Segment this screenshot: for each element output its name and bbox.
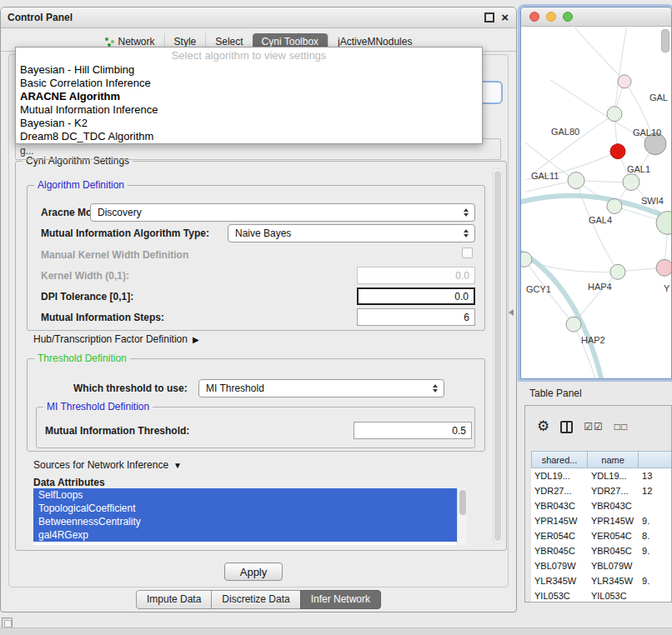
kernel-width-field[interactable]: 0.0 (357, 267, 475, 284)
table-row[interactable]: YIL053CYIL053C (531, 588, 672, 602)
table-row[interactable]: YER054CYER054C8. (531, 528, 672, 543)
window-title: Control Panel (8, 12, 73, 23)
algorithm-option-basic-correlation-inference[interactable]: Basic Correlation Inference (16, 77, 482, 90)
table-header-row: shared... name (531, 451, 672, 468)
combo-arrows-icon (429, 384, 442, 392)
network-node[interactable] (623, 174, 639, 191)
table-row[interactable]: YBR045CYBR045C9. (531, 543, 672, 558)
mi-threshold-group-title: MI Threshold Definition (43, 401, 153, 412)
settings-scrollbar[interactable] (493, 168, 503, 543)
bottom-tab-discretize-data[interactable]: Discretize Data (211, 590, 300, 609)
algorithm-option-mutual-information-inference[interactable]: Mutual Information Inference (16, 103, 482, 117)
sources-expander[interactable]: Sources for Network Inference ▼ (33, 459, 182, 471)
table-row[interactable]: YLR345WYLR345W9. (531, 573, 672, 588)
minimize-traffic-light-icon[interactable] (546, 12, 556, 22)
cell-extra (639, 558, 672, 573)
algorithm-option-bayesian-k2[interactable]: Bayesian - K2 (16, 117, 482, 130)
mi-threshold-field[interactable]: 0.5 (354, 422, 472, 439)
cell-extra: 13 (639, 468, 672, 483)
apply-button[interactable]: Apply (224, 562, 283, 581)
cyni-algorithm-settings-group: Cyni Algorithm Settings Algorithm Defini… (15, 161, 507, 551)
cell-shared: YLR345W (531, 573, 588, 588)
manual-kernel-checkbox[interactable] (462, 248, 473, 258)
combo-arrows-icon (459, 229, 473, 238)
cell-name: YDL19... (588, 468, 639, 483)
data-attribute-item[interactable]: TopologicalCoefficient (33, 502, 457, 515)
network-scrollbar-thumb[interactable] (661, 29, 669, 52)
algorithm-placeholder-option[interactable]: Select algorithm to view settings (16, 48, 482, 63)
network-node[interactable] (610, 264, 625, 279)
network-node[interactable] (656, 259, 671, 276)
mi-steps-field[interactable]: 6 (357, 308, 475, 326)
network-edge (614, 26, 627, 114)
gear-icon[interactable]: ⚙ (537, 418, 549, 435)
cell-name: YBR043C (588, 498, 639, 513)
network-node[interactable] (568, 172, 584, 189)
data-attribute-item[interactable]: SelfLoops (33, 488, 457, 502)
which-threshold-combobox[interactable]: MI Threshold (198, 379, 444, 398)
bottom-strip (0, 628, 672, 635)
network-window-titlebar[interactable] (521, 8, 671, 27)
network-edge (574, 26, 624, 82)
select-all-checkboxes-icon[interactable]: ☑☑ (584, 421, 604, 432)
mi-threshold-label: Mutual Information Threshold: (45, 425, 189, 437)
aracne-mode-value: Discovery (91, 207, 459, 218)
table-row[interactable]: YDR27...YDR27...12 (531, 483, 672, 498)
table-row[interactable]: YPR145WYPR145W9. (531, 513, 672, 528)
settings-scrollbar-thumb[interactable] (494, 171, 501, 541)
mi-type-combobox[interactable]: Naive Bayes (228, 224, 475, 242)
aracne-mode-combobox[interactable]: Discovery (90, 203, 475, 222)
deselect-all-checkboxes-icon[interactable]: □□ (614, 421, 629, 432)
bottom-tab-infer-network[interactable]: Infer Network (300, 590, 381, 609)
table-toolbar: ⚙ ☑☑ □□ (537, 416, 628, 438)
float-window-icon[interactable] (484, 12, 494, 22)
hub-definition-expander[interactable]: Hub/Transcription Factor Definition ▶ (33, 333, 199, 345)
cell-name: YBL079W (588, 558, 639, 573)
network-canvas[interactable]: GAL80GAL10GAL11GAL1SWI4GAL4GCY1HAP4HAP2G… (521, 26, 671, 378)
node-label: Y (664, 283, 670, 293)
data-attribute-item[interactable]: BetweennessCentrality (33, 515, 457, 528)
node-label: SWI4 (641, 197, 664, 207)
data-attribute-item[interactable]: gal4RGexp (33, 528, 457, 542)
column-header-extra[interactable] (639, 451, 672, 468)
dpi-tolerance-field[interactable]: 0.0 (357, 288, 475, 305)
node-label: GAL1 (627, 164, 650, 174)
column-header-shared[interactable]: shared... (531, 451, 588, 468)
table-row[interactable]: YDL19...YDL19...13 (531, 468, 672, 483)
bottom-tab-impute-data[interactable]: Impute Data (136, 590, 212, 609)
cell-shared: YER054C (531, 528, 588, 543)
combo-arrows-icon (459, 208, 473, 217)
network-node[interactable] (607, 107, 622, 122)
zoom-traffic-light-icon[interactable] (563, 12, 573, 22)
columns-icon[interactable] (560, 421, 573, 433)
threshold-definition-title: Threshold Definition (34, 352, 130, 364)
attributes-scrollbar[interactable] (457, 488, 467, 545)
network-canvas-svg[interactable]: GAL80GAL10GAL11GAL1SWI4GAL4GCY1HAP4HAP2G… (521, 26, 671, 378)
control-panel-titlebar[interactable]: Control Panel × (1, 8, 516, 28)
algorithm-option-bayesian-hill-climbing[interactable]: Bayesian - Hill Climbing (16, 63, 482, 77)
network-node[interactable] (610, 144, 625, 159)
node-label: GAL80 (551, 127, 579, 137)
algorithm-option-aracne-algorithm[interactable]: ARACNE Algorithm (16, 90, 482, 103)
close-traffic-light-icon[interactable] (529, 12, 539, 22)
network-node[interactable] (566, 317, 581, 332)
close-window-icon[interactable]: × (501, 12, 509, 22)
which-threshold-label: Which threshold to use: (73, 382, 188, 394)
network-node[interactable] (521, 252, 532, 267)
node-label: GAL10 (633, 128, 661, 138)
network-node[interactable] (607, 199, 622, 214)
column-header-name[interactable]: name (588, 451, 639, 468)
attributes-scrollbar-thumb[interactable] (459, 490, 466, 515)
data-attributes-label: Data Attributes (33, 477, 105, 488)
node-label: GAL4 (589, 215, 612, 225)
cell-extra (639, 588, 672, 602)
table-row[interactable]: YBR043CYBR043C (531, 498, 672, 513)
cell-shared: YBR043C (531, 498, 588, 513)
table-row[interactable]: YBL079WYBL079W (531, 558, 672, 573)
algorithm-option-dream8-dc-tdc-algorithm[interactable]: Dream8 DC_TDC Algorithm (16, 130, 482, 143)
cell-shared: YIL053C (531, 588, 588, 602)
network-view-window: GAL80GAL10GAL11GAL1SWI4GAL4GCY1HAP4HAP2G… (520, 7, 672, 379)
splitter-collapse-icon[interactable] (509, 309, 514, 316)
network-tab-icon (105, 38, 114, 47)
network-node[interactable] (618, 75, 631, 88)
